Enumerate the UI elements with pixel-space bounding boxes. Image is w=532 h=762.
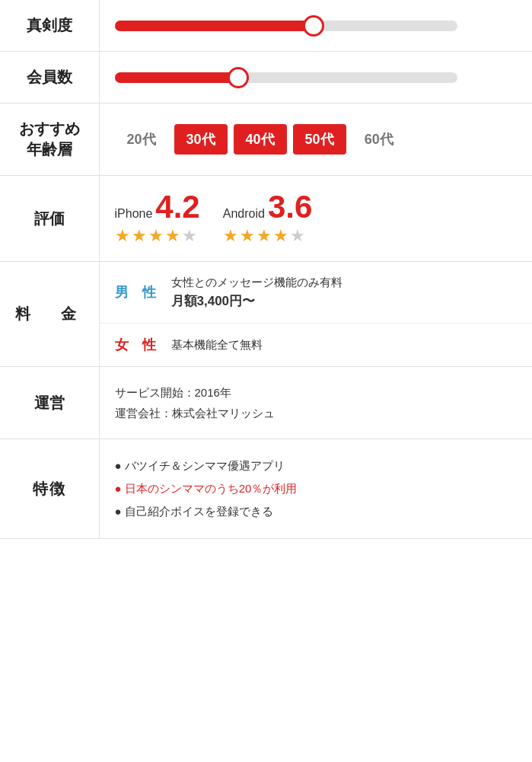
pricing-male-row: 男 性 女性とのメッセージ機能のみ有料 月額3,400円〜 xyxy=(100,262,533,323)
pricing-content: 男 性 女性とのメッセージ機能のみ有料 月額3,400円〜 女 性 基本機能全て… xyxy=(99,262,532,367)
age-range-tags: 20代 30代 40代 50代 60代 xyxy=(115,124,518,155)
female-pricing-text: 基本機能全て無料 xyxy=(171,336,263,354)
iphone-star-1: ★ xyxy=(115,226,130,246)
members-track xyxy=(115,72,457,83)
seriousness-content xyxy=(99,0,532,52)
features-list: バツイチ＆シンママ優遇アプリ 日本のシンママのうち20％が利用 自己紹介ボイスを… xyxy=(115,454,518,523)
members-slider xyxy=(115,72,518,83)
feature-item-2: 日本のシンママのうち20％が利用 xyxy=(115,477,518,500)
male-pricing-text: 女性とのメッセージ機能のみ有料 月額3,400円〜 xyxy=(171,274,342,311)
iphone-star-5: ★ xyxy=(182,226,197,246)
android-star-4: ★ xyxy=(273,226,288,246)
android-rating-block: Android 3.6 ★ ★ ★ ★ ★ xyxy=(223,191,313,246)
age-range-label: おすすめ 年齢層 xyxy=(0,104,99,176)
iphone-platform-label: iPhone xyxy=(115,207,153,221)
android-star-3: ★ xyxy=(256,226,272,246)
members-content xyxy=(99,52,532,104)
pricing-label: 料 金 xyxy=(0,262,99,367)
iphone-stars: ★ ★ ★ ★ ★ xyxy=(115,226,197,246)
features-label: 特徴 xyxy=(0,439,99,539)
seriousness-track xyxy=(115,21,457,31)
members-thumb xyxy=(228,67,249,88)
feature-item-1: バツイチ＆シンママ優遇アプリ xyxy=(115,454,518,477)
android-star-1: ★ xyxy=(223,226,238,246)
iphone-star-2: ★ xyxy=(132,226,147,246)
android-score: 3.6 xyxy=(268,191,312,223)
operations-content: サービス開始：2016年 運営会社：株式会社マリッシュ xyxy=(99,367,532,439)
iphone-rating-block: iPhone 4.2 ★ ★ ★ ★ ★ xyxy=(115,191,200,246)
android-platform-label: Android xyxy=(223,207,265,221)
male-gender-label: 男 性 xyxy=(115,283,156,301)
age-tag-30: 30代 xyxy=(174,124,228,155)
age-tag-40: 40代 xyxy=(234,124,287,155)
android-star-5: ★ xyxy=(290,226,305,246)
female-gender-label: 女 性 xyxy=(115,336,156,354)
android-star-2: ★ xyxy=(240,226,255,246)
iphone-star-3: ★ xyxy=(148,226,164,246)
android-rating-top: Android 3.6 xyxy=(223,191,313,223)
iphone-score: 4.2 xyxy=(155,191,199,223)
seriousness-thumb xyxy=(303,15,324,37)
rating-label: 評価 xyxy=(0,176,99,262)
seriousness-slider xyxy=(115,21,518,31)
feature-item-3: 自己紹介ボイスを登録できる xyxy=(115,500,518,523)
seriousness-label: 真剣度 xyxy=(0,0,99,52)
iphone-star-4: ★ xyxy=(165,226,180,246)
members-fill xyxy=(115,72,238,83)
members-label: 会員数 xyxy=(0,52,99,104)
iphone-rating-top: iPhone 4.2 xyxy=(115,191,200,223)
android-stars: ★ ★ ★ ★ ★ xyxy=(223,226,305,246)
age-tag-50: 50代 xyxy=(293,124,346,155)
age-tag-60: 60代 xyxy=(352,124,406,155)
age-tag-20: 20代 xyxy=(115,124,168,155)
pricing-female-row: 女 性 基本機能全て無料 xyxy=(100,323,533,366)
pricing-inner: 男 性 女性とのメッセージ機能のみ有料 月額3,400円〜 女 性 基本機能全て… xyxy=(100,262,533,366)
age-range-content: 20代 30代 40代 50代 60代 xyxy=(99,104,532,176)
operations-label: 運営 xyxy=(0,367,99,439)
operations-text: サービス開始：2016年 運営会社：株式会社マリッシュ xyxy=(115,382,518,423)
features-content: バツイチ＆シンママ優遇アプリ 日本のシンママのうち20％が利用 自己紹介ボイスを… xyxy=(99,439,532,539)
rating-container: iPhone 4.2 ★ ★ ★ ★ ★ Android 3.6 xyxy=(115,191,518,246)
rating-content: iPhone 4.2 ★ ★ ★ ★ ★ Android 3.6 xyxy=(99,176,532,262)
seriousness-fill xyxy=(115,21,314,31)
